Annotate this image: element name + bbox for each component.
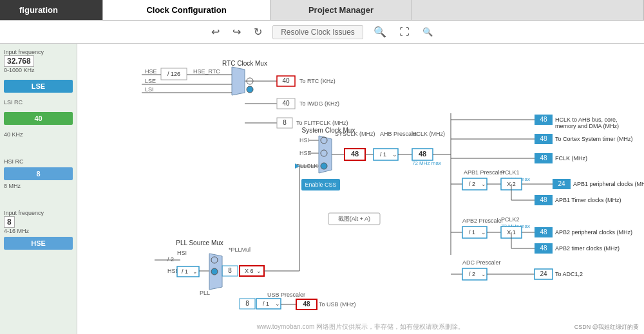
svg-text:48: 48	[540, 116, 547, 123]
svg-text:/ 1: / 1	[380, 151, 386, 158]
svg-text:To Cortex System timer (MHz): To Cortex System timer (MHz)	[555, 136, 633, 142]
lse-chip[interactable]: LSE	[4, 80, 73, 93]
rtc-clock-mux-label: RTC Clock Mux	[222, 60, 267, 67]
top-tabs: figuration Clock Configuration Project M…	[0, 0, 644, 21]
svg-text:/ 2: / 2	[167, 256, 174, 263]
svg-text:8: 8	[228, 267, 232, 274]
refresh-button[interactable]: ↻	[251, 24, 265, 39]
tab-project-manager[interactable]: Project Manager	[270, 0, 412, 20]
svg-text:APB1 Prescaler: APB1 Prescaler	[464, 169, 505, 176]
hse-chip[interactable]: HSE	[4, 237, 73, 250]
input-freq-label-2: Input frequency	[4, 210, 73, 216]
csdn-credit: CSDN @我姓红绿灯的黄	[574, 323, 639, 331]
hsi-chip[interactable]: 8	[4, 167, 73, 180]
svg-text:LSE: LSE	[145, 78, 156, 84]
svg-text:APB2 Prescaler: APB2 Prescaler	[462, 218, 504, 224]
svg-text:To FLITFCLK (MHz): To FLITFCLK (MHz)	[296, 120, 348, 126]
zoom-out-button[interactable]: 🔍	[420, 26, 435, 38]
svg-text:APB2 timer clocks (MHz): APB2 timer clocks (MHz)	[555, 245, 620, 252]
svg-text:FCLK (MHz): FCLK (MHz)	[555, 155, 587, 162]
svg-text:HSI: HSI	[177, 250, 187, 256]
tab-extra[interactable]	[412, 0, 644, 20]
fit-button[interactable]: ⛶	[397, 25, 412, 39]
svg-text:⌄: ⌄	[481, 181, 486, 187]
svg-text:/ 1: / 1	[263, 301, 269, 307]
svg-text:To USB (MHz): To USB (MHz)	[319, 301, 356, 308]
svg-text:APB1 Timer clocks (MHz): APB1 Timer clocks (MHz)	[555, 197, 621, 203]
svg-text:40: 40	[282, 100, 290, 107]
svg-text:24: 24	[558, 180, 565, 187]
freq-40-chip[interactable]: 40	[4, 112, 73, 125]
svg-text:/ 126: / 126	[167, 71, 180, 77]
tab-pin-config[interactable]: figuration	[0, 0, 103, 20]
svg-text:40: 40	[282, 77, 290, 84]
svg-text:PCLK1: PCLK1	[501, 169, 520, 176]
svg-text:*PLLMul: *PLLMul	[229, 246, 251, 253]
svg-marker-4	[232, 67, 245, 95]
svg-point-14	[247, 86, 253, 93]
resolve-clock-issues-button[interactable]: Resolve Clock Issues	[272, 25, 363, 39]
svg-text:48: 48	[419, 150, 426, 158]
svg-text:HSI: HSI	[299, 137, 309, 144]
toolbar: ↩ ↪ ↻ Resolve Clock Issues 🔍 ⛶ 🔍	[0, 21, 644, 44]
svg-text:48: 48	[540, 154, 547, 162]
input-freq-label-1: Input frequency	[4, 49, 73, 55]
svg-text:APB1 peripheral clocks (MHz): APB1 peripheral clocks (MHz)	[573, 181, 644, 187]
svg-text:HSE: HSE	[145, 68, 157, 75]
left-panel: Input frequency 32.768 0-1000 KHz LSE LS…	[0, 44, 77, 334]
svg-text:HCLK (MHz): HCLK (MHz)	[412, 131, 445, 137]
svg-text:X 6: X 6	[245, 268, 254, 274]
freq-40-unit: 40 KHz	[4, 131, 73, 138]
svg-text:⌄: ⌄	[256, 268, 261, 274]
svg-text:PLL: PLL	[200, 290, 210, 296]
freq-range-1: 0-1000 KHz	[4, 67, 73, 73]
svg-text:USB Prescaler: USB Prescaler	[267, 292, 305, 298]
svg-text:48: 48	[351, 150, 359, 158]
svg-text:⌄: ⌄	[481, 229, 486, 236]
svg-text:/ 1: / 1	[182, 268, 188, 275]
freq-range-2: 4-16 MHz	[4, 228, 73, 234]
svg-text:48: 48	[303, 301, 310, 308]
hsi-rc-label: HSI RC	[4, 158, 73, 165]
svg-text:SYSCLK (MHz): SYSCLK (MHz)	[335, 131, 375, 137]
input-freq-value-2: 8	[4, 216, 15, 228]
svg-text:8: 8	[245, 300, 249, 307]
svg-text:⌄: ⌄	[481, 271, 486, 277]
svg-text:To ADC1,2: To ADC1,2	[555, 271, 583, 277]
svg-text:72 MHz max: 72 MHz max	[412, 160, 441, 166]
svg-text:To IWDG (KHz): To IWDG (KHz)	[299, 100, 339, 107]
svg-text:HSE_RTC: HSE_RTC	[193, 68, 220, 75]
svg-text:memory and DMA (MHz): memory and DMA (MHz)	[555, 123, 619, 129]
svg-text:APB2 peripheral clocks (MHz): APB2 peripheral clocks (MHz)	[555, 229, 632, 236]
svg-text:截图(Alt + A): 截图(Alt + A)	[338, 216, 370, 222]
zoom-search-button[interactable]: 🔍	[371, 24, 389, 39]
svg-text:24: 24	[540, 270, 547, 277]
svg-text:PLL Source Mux: PLL Source Mux	[176, 239, 223, 246]
hsi-unit: 8 MHz	[4, 183, 73, 189]
main-area: Input frequency 32.768 0-1000 KHz LSE LS…	[0, 44, 644, 334]
undo-button[interactable]: ↩	[209, 24, 222, 39]
svg-text:/ 2: / 2	[469, 181, 475, 187]
svg-text:48: 48	[540, 135, 547, 142]
tab-clock-config[interactable]: Clock Configuration	[103, 0, 270, 20]
svg-text:/ 2: / 2	[469, 271, 475, 277]
lse-section: Input frequency 32.768 0-1000 KHz	[4, 49, 73, 73]
clock-diagram-svg: RTC Clock Mux / 126 HSE_RTC HSE LSE LSI	[77, 44, 644, 334]
svg-point-34	[321, 163, 327, 169]
svg-text:LSI: LSI	[145, 86, 154, 93]
svg-text:PCLK2: PCLK2	[501, 216, 520, 223]
redo-button[interactable]: ↪	[230, 24, 243, 39]
svg-text:⌄: ⌄	[193, 268, 198, 275]
svg-text:To RTC (KHz): To RTC (KHz)	[299, 78, 336, 84]
svg-text:48: 48	[540, 196, 547, 203]
hse-section: Input frequency 8 4-16 MHz HSE	[4, 210, 73, 252]
svg-text:ADC Prescaler: ADC Prescaler	[462, 259, 501, 266]
svg-text:48: 48	[540, 228, 547, 236]
svg-text:/ 1: / 1	[469, 229, 475, 236]
svg-text:48: 48	[540, 245, 547, 252]
svg-text:⌄: ⌄	[392, 151, 397, 158]
svg-text:Enable CSS: Enable CSS	[305, 181, 336, 188]
svg-text:HCLK to AHB bus, core,: HCLK to AHB bus, core,	[555, 116, 618, 123]
svg-point-124	[211, 268, 218, 275]
diagram-area: RTC Clock Mux / 126 HSE_RTC HSE LSE LSI	[77, 44, 644, 334]
